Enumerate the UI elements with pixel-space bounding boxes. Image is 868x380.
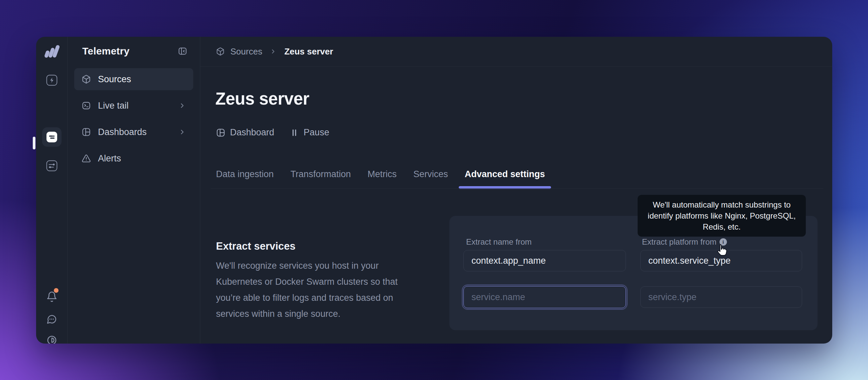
sidebar-item-live-tail[interactable]: Live tail	[74, 95, 193, 117]
dashboard-button-label: Dashboard	[230, 127, 274, 138]
sidebar-item-label: Sources	[98, 74, 131, 85]
tab-transformation[interactable]: Transformation	[290, 169, 351, 188]
page-title: Zeus server	[215, 89, 309, 108]
sliders-icon[interactable]	[44, 158, 59, 173]
tab-bar: Data ingestion Transformation Metrics Se…	[216, 169, 545, 188]
tooltip: We'll automatically match substrings to …	[638, 195, 806, 236]
lightning-icon[interactable]	[44, 73, 59, 88]
tab-advanced-settings[interactable]: Advanced settings	[465, 169, 545, 188]
hand-cursor	[715, 243, 730, 258]
sidebar-item-label: Alerts	[98, 153, 121, 164]
pause-button[interactable]: Pause	[289, 127, 329, 138]
dashboard-grid-icon	[82, 127, 91, 137]
sidebar-item-sources[interactable]: Sources	[74, 68, 193, 90]
tab-metrics[interactable]: Metrics	[368, 169, 397, 188]
chevron-right-icon	[179, 128, 186, 136]
collapse-sidebar-icon[interactable]	[178, 46, 188, 56]
terminal-icon	[82, 101, 91, 110]
tab-divider	[211, 188, 823, 189]
sidebar-item-dashboards[interactable]: Dashboards	[74, 121, 193, 143]
icon-rail	[36, 37, 67, 344]
service-name-input[interactable]	[463, 286, 626, 308]
sidebar-item-label: Dashboards	[98, 127, 147, 137]
sidebar-title: Telemetry	[82, 45, 129, 57]
chevron-right-icon	[179, 102, 186, 109]
section-description: We'll recognize services you host in you…	[216, 258, 401, 322]
breadcrumb-current: Zeus server	[284, 46, 333, 57]
cube-icon	[82, 74, 91, 84]
service-type-input[interactable]	[640, 286, 802, 308]
betterstack-logo-icon[interactable]	[43, 44, 61, 59]
sidebar-nav: Sources Live tail	[74, 68, 193, 169]
bell-icon[interactable]	[44, 289, 59, 304]
contrast-icon[interactable]	[44, 333, 59, 344]
page-actions: Dashboard Pause	[216, 127, 329, 138]
main-content: Sources Zeus server Zeus server Dashboar…	[200, 37, 832, 344]
breadcrumb: Sources Zeus server	[200, 37, 832, 66]
cube-icon	[216, 47, 225, 56]
sidebar-item-label: Live tail	[98, 101, 129, 111]
sidebar: Telemetry Sources	[67, 37, 200, 344]
chevron-right-icon	[270, 48, 277, 55]
pause-button-label: Pause	[304, 127, 329, 138]
extract-name-label: Extract name from	[466, 237, 532, 247]
extract-platform-label: Extract platform from i	[642, 237, 727, 247]
breadcrumb-sources-link[interactable]: Sources	[230, 46, 262, 57]
sidebar-item-alerts[interactable]: Alerts	[74, 148, 193, 169]
tab-data-ingestion[interactable]: Data ingestion	[216, 169, 274, 188]
extract-name-input[interactable]	[463, 250, 626, 272]
live-logs-icon[interactable]	[42, 127, 62, 147]
chat-icon[interactable]	[44, 312, 59, 326]
dashboard-button[interactable]: Dashboard	[216, 127, 274, 138]
alert-triangle-icon	[82, 154, 91, 163]
tab-services[interactable]: Services	[413, 169, 448, 188]
notification-dot	[54, 288, 59, 293]
section-title: Extract services	[216, 240, 296, 252]
live-logs-tile	[46, 132, 57, 142]
active-workspace-indicator	[33, 137, 35, 149]
app-window: Telemetry Sources	[36, 37, 832, 344]
